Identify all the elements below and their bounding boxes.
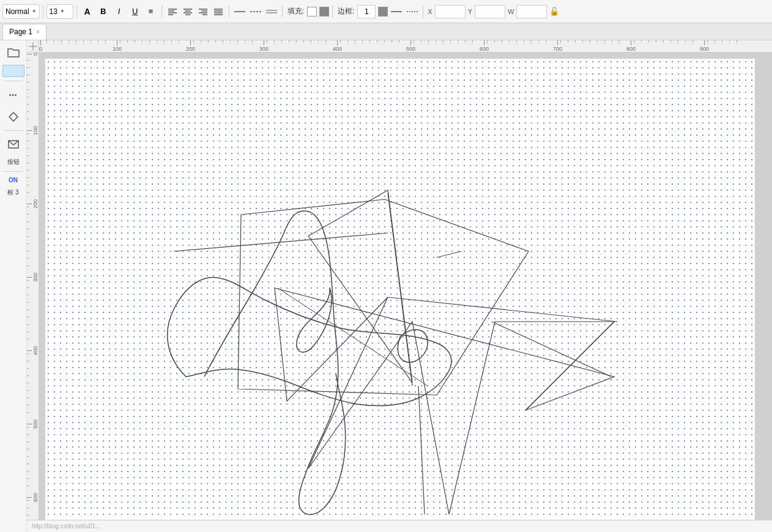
ruler-h-tick [531,40,532,43]
ruler-v-tick [27,104,29,105]
drawing-canvas[interactable] [45,59,755,532]
fill-color-gray[interactable] [319,7,329,17]
ruler-h-tick [516,40,517,43]
ruler-h-tick [54,40,54,43]
ruler-v-tick [27,317,29,317]
ruler-h-tick [472,40,473,43]
ruler-h-tick [436,40,436,43]
ruler-h-tick [164,40,165,43]
ruler-h-tick [289,40,289,43]
ruler-v-tick [27,456,29,457]
border-color-box[interactable] [378,7,388,17]
ruler-h-tick [69,40,69,43]
underline-button[interactable]: U [128,4,143,19]
diamond-icon [9,112,18,122]
sidebar-arrow-btn[interactable] [4,107,23,127]
ruler-v-tick [27,508,29,508]
italic-button[interactable]: I [112,4,127,19]
sidebar-envelope-btn[interactable] [4,135,23,154]
ruler-h-tick [193,40,194,43]
lock-icon[interactable]: 🔓 [549,7,559,16]
sidebar-on-label: ON [6,175,20,185]
ruler-h-tick [604,40,605,43]
ellipse-shape [168,277,451,405]
ruler-h-tick [83,40,84,43]
border-style2-button[interactable] [405,4,420,19]
ruler-h-tick [458,40,458,43]
loop-shape [398,330,428,362]
canvas-scroll[interactable] [39,53,772,532]
ruler-v-tick [27,353,29,354]
separator-7 [423,6,423,18]
font-size-dropdown[interactable]: 13 ▼ [46,4,73,19]
ruler-h-tick [722,40,722,43]
ruler-h-tick [384,40,385,43]
line8 [525,322,614,410]
canvas-content [45,59,755,532]
w-label: W [508,8,514,15]
sidebar-more-btn[interactable]: ••• [4,85,23,105]
border-width-input[interactable]: 1 [357,5,376,18]
vertical-ruler: 0100200300400500600 [27,53,39,532]
sidebar-selected-btn[interactable] [2,65,24,77]
ruler-h-tick [120,40,121,43]
ruler-v-tick [27,309,29,310]
align-justify-button[interactable] [211,4,226,19]
ruler-v-tick [27,207,29,207]
line-style1-button[interactable] [232,4,247,19]
ruler-h-tick [267,40,267,43]
y-input[interactable] [475,5,505,18]
bold-button[interactable]: B [96,4,111,19]
ruler-h-tick [142,40,143,43]
ruler-h-tick [546,40,546,43]
w-input[interactable] [516,5,547,18]
align-right-button[interactable] [196,4,210,19]
ruler-h-tick [274,40,275,43]
ruler-v-tick [27,339,29,339]
line5 [278,288,428,386]
y-label: Y [468,8,472,15]
ruler-v-tick [27,471,29,471]
list-button[interactable]: ≡ [144,4,158,19]
tab-label: Page 1 [9,28,32,36]
sidebar-button-label[interactable]: 按钮 [5,157,22,168]
horizontal-ruler: 0100200300400500600700800900 [39,40,772,53]
ruler-h-tick [641,40,642,43]
sidebar-divider-2 [4,130,23,131]
x-input[interactable] [435,5,466,18]
font-button[interactable]: A [80,4,95,19]
ruler-h-tick [127,40,128,43]
separator-4 [229,6,229,18]
ruler-v-tick [27,214,29,215]
ruler-h-tick: 0 [39,40,42,52]
fill-label: 填充: [288,6,304,17]
style-dropdown[interactable]: Normal ▼ [2,4,40,19]
border-style1-button[interactable] [389,4,404,19]
fill-color-white[interactable] [307,7,317,17]
ruler-v-tick [27,265,29,266]
canvas-row: 0100200300400500600 [27,53,772,532]
ruler-corner [27,40,39,53]
ruler-h-tick [692,40,693,43]
ruler-h-tick [597,40,598,43]
ruler-v-tick [27,331,29,332]
statusbar: http://blog.csdn.net/u01... [27,520,772,532]
ruler-v-tick [27,375,29,376]
line-style2-button[interactable] [248,4,263,19]
line-style3-button[interactable] [264,4,279,19]
ruler-v-tick [27,236,29,237]
align-left-button[interactable] [165,4,180,19]
sidebar-folder-btn[interactable] [4,43,23,62]
line3 [388,297,617,322]
ruler-v-tick [27,221,29,222]
ruler-h-tick [678,40,678,43]
ruler-h-tick [76,40,76,43]
tab-close-button[interactable]: × [36,29,40,35]
ruler-h-tick [414,40,414,43]
line-style2-icon [250,8,261,15]
align-center-icon [184,8,192,15]
ruler-v-tick [27,434,29,435]
tab-page1[interactable]: Page 1 × [2,24,46,40]
sidebar-divider-1 [4,81,23,81]
align-center-button[interactable] [180,4,195,19]
